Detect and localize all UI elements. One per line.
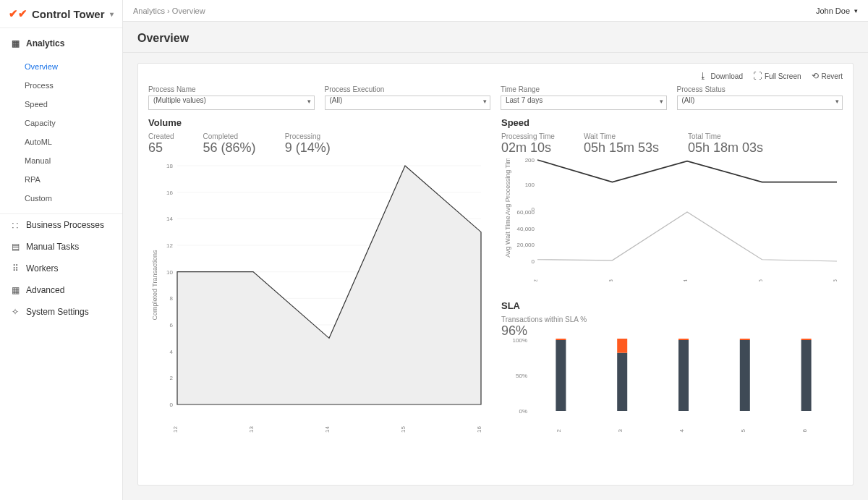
nav-analytics[interactable]: ▦ Analytics xyxy=(0,33,122,54)
brand-logo-icon: ✔✔ xyxy=(9,7,27,20)
svg-text:0: 0 xyxy=(532,258,535,265)
speed-proc-value: 02m 10s xyxy=(501,140,555,156)
subnav-capacity[interactable]: Capacity xyxy=(0,114,122,132)
svg-text:50%: 50% xyxy=(516,373,527,379)
volume-card: Volume Created 65 Completed 56 (86%) xyxy=(148,117,490,475)
svg-rect-55 xyxy=(801,340,812,411)
svg-text:Aug 12: Aug 12 xyxy=(556,428,562,433)
nodes-icon: ⸬ xyxy=(10,220,20,230)
svg-text:Aug 15: Aug 15 xyxy=(400,425,407,433)
volume-created-value: 65 xyxy=(148,140,174,156)
svg-text:2: 2 xyxy=(170,375,174,381)
subnav-overview[interactable]: Overview xyxy=(0,57,122,76)
svg-text:Aug 16: Aug 16 xyxy=(801,428,808,433)
speed-chart: 0100200Avg Processing Time020,00040,0006… xyxy=(501,158,841,281)
subnav-manual[interactable]: Manual xyxy=(0,151,122,170)
fullscreen-button[interactable]: ⛶ Full Screen xyxy=(753,71,801,81)
speed-total-value: 05h 18m 03s xyxy=(688,140,763,156)
svg-text:Aug 12: Aug 12 xyxy=(172,425,179,433)
breadcrumb: Analytics › Overview xyxy=(133,7,205,15)
fullscreen-icon: ⛶ xyxy=(753,71,762,81)
subnav-rpa[interactable]: RPA xyxy=(0,170,122,189)
volume-processing-label: Processing xyxy=(285,132,331,140)
people-icon: ⠿ xyxy=(10,263,20,274)
nav-manual-tasks[interactable]: ▤ Manual Tasks xyxy=(0,236,122,258)
sla-card: SLA Transactions within SLA % 96% 0%50%1… xyxy=(501,300,843,475)
svg-text:Completed Transactions: Completed Transactions xyxy=(151,250,158,321)
svg-text:Aug 16: Aug 16 xyxy=(476,425,482,433)
sla-chart: 0%50%100%Aug 12Aug 13Aug 14Aug 15Aug 16 xyxy=(501,339,841,433)
nav-advanced[interactable]: ▦ Advanced xyxy=(0,279,122,301)
subnav-automl[interactable]: AutoML xyxy=(0,132,122,151)
svg-rect-52 xyxy=(740,340,750,411)
svg-text:Aug 14: Aug 14 xyxy=(682,279,689,281)
filter-time-range[interactable]: Last 7 days xyxy=(501,96,667,110)
filter-process-execution-label: Process Execution xyxy=(325,85,491,93)
sla-within-label: Transactions within SLA % xyxy=(501,315,843,323)
speed-card: Speed Processing Time 02m 10s Wait Time … xyxy=(501,117,843,292)
svg-text:Aug 12: Aug 12 xyxy=(532,279,539,281)
svg-text:8: 8 xyxy=(170,295,174,302)
panel-toolbar: ⭳ Download ⛶ Full Screen ⟲ Revert xyxy=(148,71,843,81)
svg-text:Aug 13: Aug 13 xyxy=(608,279,614,281)
volume-completed-label: Completed xyxy=(203,132,256,140)
svg-text:Aug 14: Aug 14 xyxy=(324,425,331,433)
user-menu[interactable]: John Doe ▾ xyxy=(816,7,858,15)
brand-name: Control Tower xyxy=(32,8,105,20)
svg-text:6: 6 xyxy=(170,322,174,329)
topbar: Analytics › Overview John Doe ▾ xyxy=(123,0,868,22)
download-button[interactable]: ⭳ Download xyxy=(699,71,742,81)
filter-process-status[interactable]: (All) xyxy=(677,96,843,110)
sidebar: ✔✔ Control Tower ▾ ▦ Analytics Overview … xyxy=(0,0,123,500)
sla-within-value: 96% xyxy=(501,323,843,339)
analytics-subnav: Overview Process Speed Capacity AutoML M… xyxy=(0,54,122,214)
speed-proc-label: Processing Time xyxy=(501,132,555,140)
svg-text:Aug 13: Aug 13 xyxy=(617,428,624,433)
svg-rect-53 xyxy=(740,339,750,340)
download-icon: ⭳ xyxy=(699,71,707,81)
subnav-speed[interactable]: Speed xyxy=(0,95,122,114)
svg-text:20,000: 20,000 xyxy=(517,242,535,248)
speed-total-label: Total Time xyxy=(688,132,763,140)
nav-workers[interactable]: ⠿ Workers xyxy=(0,258,122,279)
svg-rect-44 xyxy=(556,339,566,340)
page-title: Overview xyxy=(137,32,854,45)
nav-business-processes[interactable]: ⸬ Business Processes xyxy=(0,214,122,236)
svg-text:Avg Wait Time: Avg Wait Time xyxy=(504,216,511,258)
speed-wait-value: 05h 15m 53s xyxy=(584,140,659,156)
svg-text:0%: 0% xyxy=(519,408,527,415)
svg-rect-43 xyxy=(556,340,566,411)
grid-icon: ▦ xyxy=(10,38,20,48)
svg-text:10: 10 xyxy=(166,269,173,276)
svg-text:100: 100 xyxy=(525,182,535,188)
speed-title: Speed xyxy=(501,117,843,128)
filter-time-range-label: Time Range xyxy=(501,85,667,93)
svg-rect-47 xyxy=(617,339,627,353)
speed-wait-label: Wait Time xyxy=(584,132,659,140)
svg-rect-46 xyxy=(617,353,627,411)
subnav-custom[interactable]: Custom xyxy=(0,189,122,208)
clipboard-icon: ▤ xyxy=(10,242,20,252)
svg-text:0: 0 xyxy=(170,402,174,408)
svg-rect-49 xyxy=(678,340,689,411)
subnav-process[interactable]: Process xyxy=(0,76,122,95)
svg-text:100%: 100% xyxy=(513,339,527,344)
breadcrumb-root[interactable]: Analytics xyxy=(133,7,165,15)
volume-completed-value: 56 (86%) xyxy=(203,140,256,156)
chevron-down-icon: ▾ xyxy=(110,10,114,18)
svg-text:18: 18 xyxy=(166,163,173,169)
volume-processing-value: 9 (14%) xyxy=(285,140,331,156)
brand-switcher[interactable]: ✔✔ Control Tower ▾ xyxy=(0,0,122,28)
svg-text:12: 12 xyxy=(166,242,173,249)
filter-process-execution[interactable]: (All) xyxy=(325,96,491,110)
svg-text:Aug 16: Aug 16 xyxy=(832,279,838,281)
sla-title: SLA xyxy=(501,300,843,311)
filter-process-name[interactable]: (Multiple values) xyxy=(148,96,315,110)
main: Analytics › Overview John Doe ▾ Overview… xyxy=(123,0,868,500)
svg-rect-50 xyxy=(678,339,689,340)
filter-bar: Process Name (Multiple values) Process E… xyxy=(148,85,843,110)
svg-text:60,000: 60,000 xyxy=(517,209,535,216)
dashboard-panel: ⭳ Download ⛶ Full Screen ⟲ Revert Proces… xyxy=(137,63,854,486)
revert-button[interactable]: ⟲ Revert xyxy=(812,71,843,81)
nav-system-settings[interactable]: ✧ System Settings xyxy=(0,301,122,323)
